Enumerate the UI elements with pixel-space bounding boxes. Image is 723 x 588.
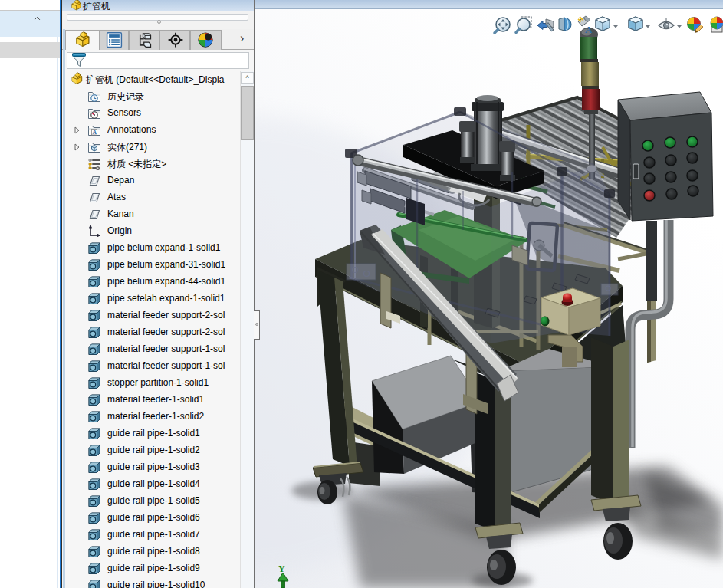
svg-text:A: A [93,129,97,136]
svg-text:A: A [585,24,593,35]
